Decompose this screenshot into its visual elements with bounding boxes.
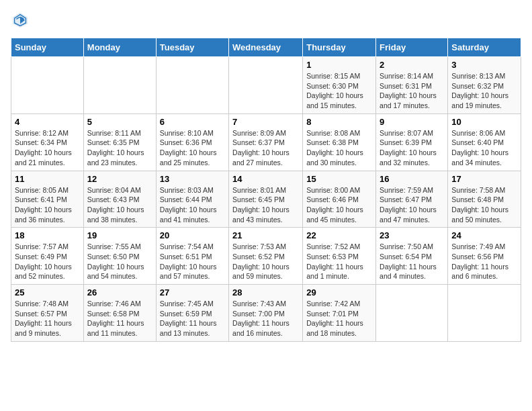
- week-row-4: 25 Sunrise: 7:48 AMSunset: 6:57 PMDaylig…: [11, 285, 521, 342]
- day-info: Sunrise: 7:54 AMSunset: 6:51 PMDaylight:…: [160, 242, 217, 280]
- day-info: Sunrise: 7:42 AMSunset: 7:01 PMDaylight:…: [306, 300, 363, 337]
- week-row-1: 4 Sunrise: 8:12 AMSunset: 6:34 PMDayligh…: [11, 113, 521, 171]
- day-info: Sunrise: 8:11 AMSunset: 6:35 PMDaylight:…: [87, 129, 144, 167]
- col-tuesday: Tuesday: [156, 38, 228, 57]
- day-info: Sunrise: 7:55 AMSunset: 6:50 PMDaylight:…: [87, 242, 144, 280]
- col-wednesday: Wednesday: [229, 38, 303, 57]
- logo-icon: [11, 11, 30, 30]
- day-cell: [229, 57, 303, 114]
- day-cell: [376, 285, 448, 342]
- day-number: 29: [306, 287, 372, 298]
- day-number: 4: [15, 117, 80, 127]
- day-info: Sunrise: 8:09 AMSunset: 6:37 PMDaylight:…: [232, 129, 290, 167]
- col-saturday: Saturday: [448, 38, 521, 57]
- day-info: Sunrise: 8:12 AMSunset: 6:34 PMDaylight:…: [15, 129, 72, 167]
- day-cell: 4 Sunrise: 8:12 AMSunset: 6:34 PMDayligh…: [11, 113, 84, 171]
- day-number: 19: [87, 230, 152, 240]
- day-info: Sunrise: 8:05 AMSunset: 6:41 PMDaylight:…: [15, 186, 72, 224]
- day-cell: 9 Sunrise: 8:07 AMSunset: 6:39 PMDayligh…: [376, 113, 448, 171]
- day-cell: 15 Sunrise: 8:00 AMSunset: 6:46 PMDaylig…: [303, 171, 376, 228]
- day-info: Sunrise: 7:57 AMSunset: 6:49 PMDaylight:…: [15, 242, 72, 280]
- header-row: Sunday Monday Tuesday Wednesday Thursday…: [11, 38, 521, 57]
- day-cell: 19 Sunrise: 7:55 AMSunset: 6:50 PMDaylig…: [83, 228, 156, 285]
- day-info: Sunrise: 8:14 AMSunset: 6:31 PMDaylight:…: [380, 72, 437, 109]
- day-cell: 11 Sunrise: 8:05 AMSunset: 6:41 PMDaylig…: [11, 171, 84, 228]
- day-cell: 23 Sunrise: 7:50 AMSunset: 6:54 PMDaylig…: [376, 228, 448, 285]
- col-thursday: Thursday: [303, 38, 376, 57]
- day-number: 8: [306, 117, 372, 127]
- week-row-2: 11 Sunrise: 8:05 AMSunset: 6:41 PMDaylig…: [11, 171, 521, 228]
- day-info: Sunrise: 8:10 AMSunset: 6:36 PMDaylight:…: [160, 129, 217, 167]
- day-cell: [156, 57, 228, 114]
- day-cell: 14 Sunrise: 8:01 AMSunset: 6:45 PMDaylig…: [229, 171, 303, 228]
- page-header: [11, 11, 521, 30]
- day-cell: [11, 57, 84, 114]
- day-info: Sunrise: 7:59 AMSunset: 6:47 PMDaylight:…: [380, 186, 437, 224]
- day-cell: 25 Sunrise: 7:48 AMSunset: 6:57 PMDaylig…: [11, 285, 84, 342]
- day-number: 26: [87, 287, 152, 298]
- day-number: 20: [160, 230, 225, 240]
- day-cell: [448, 285, 521, 342]
- day-number: 13: [160, 174, 225, 184]
- day-info: Sunrise: 7:52 AMSunset: 6:53 PMDaylight:…: [306, 242, 363, 280]
- day-number: 22: [306, 230, 372, 240]
- day-cell: 29 Sunrise: 7:42 AMSunset: 7:01 PMDaylig…: [303, 285, 376, 342]
- calendar-header: Sunday Monday Tuesday Wednesday Thursday…: [11, 38, 521, 57]
- week-row-3: 18 Sunrise: 7:57 AMSunset: 6:49 PMDaylig…: [11, 228, 521, 285]
- day-cell: 16 Sunrise: 7:59 AMSunset: 6:47 PMDaylig…: [376, 171, 448, 228]
- day-cell: 26 Sunrise: 7:46 AMSunset: 6:58 PMDaylig…: [83, 285, 156, 342]
- day-number: 2: [380, 60, 444, 70]
- day-cell: 20 Sunrise: 7:54 AMSunset: 6:51 PMDaylig…: [156, 228, 228, 285]
- day-info: Sunrise: 7:46 AMSunset: 6:58 PMDaylight:…: [87, 300, 144, 337]
- calendar-table: Sunday Monday Tuesday Wednesday Thursday…: [11, 38, 521, 342]
- day-number: 27: [160, 287, 225, 298]
- day-number: 14: [232, 174, 299, 184]
- col-monday: Monday: [83, 38, 156, 57]
- day-info: Sunrise: 8:06 AMSunset: 6:40 PMDaylight:…: [451, 129, 508, 167]
- col-sunday: Sunday: [11, 38, 84, 57]
- day-cell: 2 Sunrise: 8:14 AMSunset: 6:31 PMDayligh…: [376, 57, 448, 114]
- day-number: 21: [232, 230, 299, 240]
- day-info: Sunrise: 8:00 AMSunset: 6:46 PMDaylight:…: [306, 186, 363, 224]
- day-cell: 7 Sunrise: 8:09 AMSunset: 6:37 PMDayligh…: [229, 113, 303, 171]
- day-number: 3: [451, 60, 517, 70]
- day-info: Sunrise: 7:50 AMSunset: 6:54 PMDaylight:…: [380, 242, 437, 280]
- logo: [11, 11, 32, 30]
- day-cell: 22 Sunrise: 7:52 AMSunset: 6:53 PMDaylig…: [303, 228, 376, 285]
- day-cell: 10 Sunrise: 8:06 AMSunset: 6:40 PMDaylig…: [448, 113, 521, 171]
- day-cell: 1 Sunrise: 8:15 AMSunset: 6:30 PMDayligh…: [303, 57, 376, 114]
- day-number: 12: [87, 174, 152, 184]
- day-info: Sunrise: 7:48 AMSunset: 6:57 PMDaylight:…: [15, 300, 72, 337]
- day-number: 17: [451, 174, 517, 184]
- day-number: 5: [87, 117, 152, 127]
- day-cell: 12 Sunrise: 8:04 AMSunset: 6:43 PMDaylig…: [83, 171, 156, 228]
- col-friday: Friday: [376, 38, 448, 57]
- day-cell: 28 Sunrise: 7:43 AMSunset: 7:00 PMDaylig…: [229, 285, 303, 342]
- day-cell: 24 Sunrise: 7:49 AMSunset: 6:56 PMDaylig…: [448, 228, 521, 285]
- day-number: 9: [380, 117, 444, 127]
- day-number: 1: [306, 60, 372, 70]
- day-cell: 21 Sunrise: 7:53 AMSunset: 6:52 PMDaylig…: [229, 228, 303, 285]
- day-info: Sunrise: 7:45 AMSunset: 6:59 PMDaylight:…: [160, 300, 217, 337]
- day-info: Sunrise: 8:15 AMSunset: 6:30 PMDaylight:…: [306, 72, 363, 109]
- day-cell: 18 Sunrise: 7:57 AMSunset: 6:49 PMDaylig…: [11, 228, 84, 285]
- day-info: Sunrise: 7:49 AMSunset: 6:56 PMDaylight:…: [451, 242, 508, 280]
- day-number: 23: [380, 230, 444, 240]
- day-number: 18: [15, 230, 80, 240]
- calendar-body: 1 Sunrise: 8:15 AMSunset: 6:30 PMDayligh…: [11, 57, 521, 342]
- day-cell: 13 Sunrise: 8:03 AMSunset: 6:44 PMDaylig…: [156, 171, 228, 228]
- day-number: 24: [451, 230, 517, 240]
- day-info: Sunrise: 8:07 AMSunset: 6:39 PMDaylight:…: [380, 129, 437, 167]
- day-number: 15: [306, 174, 372, 184]
- day-number: 28: [232, 287, 299, 298]
- day-cell: 3 Sunrise: 8:13 AMSunset: 6:32 PMDayligh…: [448, 57, 521, 114]
- day-number: 11: [15, 174, 80, 184]
- day-cell: [83, 57, 156, 114]
- day-info: Sunrise: 7:53 AMSunset: 6:52 PMDaylight:…: [232, 242, 290, 280]
- day-cell: 5 Sunrise: 8:11 AMSunset: 6:35 PMDayligh…: [83, 113, 156, 171]
- day-number: 7: [232, 117, 299, 127]
- week-row-0: 1 Sunrise: 8:15 AMSunset: 6:30 PMDayligh…: [11, 57, 521, 114]
- day-info: Sunrise: 7:58 AMSunset: 6:48 PMDaylight:…: [451, 186, 508, 224]
- day-cell: 6 Sunrise: 8:10 AMSunset: 6:36 PMDayligh…: [156, 113, 228, 171]
- day-number: 16: [380, 174, 444, 184]
